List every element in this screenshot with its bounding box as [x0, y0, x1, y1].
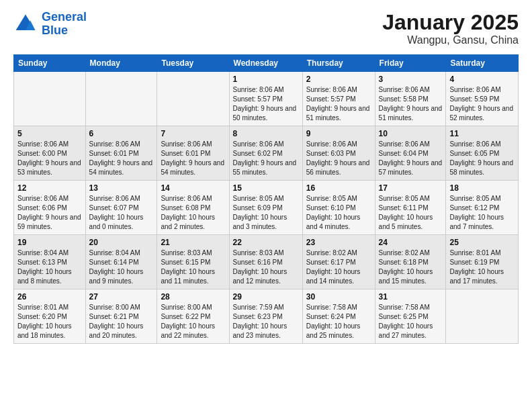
day-info: Sunrise: 8:06 AM Sunset: 6:07 PM Dayligh… [89, 194, 154, 232]
header-day-friday: Friday [375, 55, 446, 72]
header-day-wednesday: Wednesday [229, 55, 302, 72]
day-info: Sunrise: 8:05 AM Sunset: 6:11 PM Dayligh… [379, 194, 443, 232]
calendar-cell: 15Sunrise: 8:05 AM Sunset: 6:09 PM Dayli… [229, 181, 302, 235]
generalblue-logo-icon [13, 12, 38, 36]
calendar-cell: 16Sunrise: 8:05 AM Sunset: 6:10 PM Dayli… [302, 181, 375, 235]
day-number: 20 [89, 238, 154, 247]
calendar-cell: 5Sunrise: 8:06 AM Sunset: 6:00 PM Daylig… [14, 126, 86, 181]
day-info: Sunrise: 7:59 AM Sunset: 6:23 PM Dayligh… [233, 303, 299, 340]
calendar-cell: 10Sunrise: 8:06 AM Sunset: 6:04 PM Dayli… [375, 126, 446, 181]
day-info: Sunrise: 8:00 AM Sunset: 6:21 PM Dayligh… [89, 303, 154, 340]
page: General Blue January 2025 Wangpu, Gansu,… [0, 0, 532, 411]
day-number: 1 [233, 75, 299, 84]
calendar-header: SundayMondayTuesdayWednesdayThursdayFrid… [14, 55, 519, 72]
day-number: 22 [233, 238, 299, 247]
day-info: Sunrise: 8:06 AM Sunset: 5:57 PM Dayligh… [233, 85, 299, 123]
day-number: 28 [161, 292, 225, 302]
calendar-cell: 27Sunrise: 8:00 AM Sunset: 6:21 PM Dayli… [85, 289, 157, 344]
calendar-cell: 25Sunrise: 8:01 AM Sunset: 6:19 PM Dayli… [446, 235, 519, 289]
day-number: 7 [161, 129, 225, 138]
calendar-cell: 31Sunrise: 7:58 AM Sunset: 6:25 PM Dayli… [375, 289, 446, 344]
calendar-cell: 28Sunrise: 8:00 AM Sunset: 6:22 PM Dayli… [157, 289, 229, 344]
day-info: Sunrise: 8:05 AM Sunset: 6:09 PM Dayligh… [233, 194, 299, 232]
calendar-table: SundayMondayTuesdayWednesdayThursdayFrid… [13, 54, 519, 344]
day-number: 12 [17, 183, 82, 193]
day-number: 15 [233, 183, 299, 193]
day-number: 9 [306, 129, 371, 138]
day-info: Sunrise: 8:06 AM Sunset: 5:57 PM Dayligh… [306, 85, 371, 123]
day-info: Sunrise: 8:01 AM Sunset: 6:19 PM Dayligh… [449, 248, 515, 286]
calendar-cell [14, 72, 86, 126]
calendar-cell: 22Sunrise: 8:03 AM Sunset: 6:16 PM Dayli… [229, 235, 302, 289]
calendar-title: January 2025 [382, 11, 519, 34]
logo-text: General Blue [42, 11, 87, 38]
day-info: Sunrise: 8:05 AM Sunset: 6:10 PM Dayligh… [306, 194, 371, 232]
day-info: Sunrise: 8:02 AM Sunset: 6:17 PM Dayligh… [306, 248, 371, 286]
day-info: Sunrise: 8:00 AM Sunset: 6:22 PM Dayligh… [161, 303, 225, 340]
day-info: Sunrise: 8:06 AM Sunset: 6:05 PM Dayligh… [449, 140, 515, 177]
calendar-cell: 21Sunrise: 8:03 AM Sunset: 6:15 PM Dayli… [157, 235, 229, 289]
calendar-cell: 18Sunrise: 8:05 AM Sunset: 6:12 PM Dayli… [446, 181, 519, 235]
logo: General Blue [13, 11, 87, 38]
calendar-cell: 9Sunrise: 8:06 AM Sunset: 6:03 PM Daylig… [302, 126, 375, 181]
calendar-cell: 20Sunrise: 8:04 AM Sunset: 6:14 PM Dayli… [85, 235, 157, 289]
day-info: Sunrise: 8:06 AM Sunset: 5:58 PM Dayligh… [379, 85, 443, 123]
day-info: Sunrise: 8:05 AM Sunset: 6:12 PM Dayligh… [449, 194, 515, 232]
calendar-cell: 7Sunrise: 8:06 AM Sunset: 6:01 PM Daylig… [157, 126, 229, 181]
day-number: 18 [449, 183, 515, 193]
day-info: Sunrise: 8:03 AM Sunset: 6:15 PM Dayligh… [161, 248, 225, 286]
day-number: 30 [306, 292, 371, 302]
day-info: Sunrise: 7:58 AM Sunset: 6:24 PM Dayligh… [306, 303, 371, 340]
calendar-cell: 2Sunrise: 8:06 AM Sunset: 5:57 PM Daylig… [302, 72, 375, 126]
week-row-3: 19Sunrise: 8:04 AM Sunset: 6:13 PM Dayli… [14, 235, 519, 289]
day-number: 21 [161, 238, 225, 247]
calendar-cell: 12Sunrise: 8:06 AM Sunset: 6:06 PM Dayli… [14, 181, 86, 235]
header-day-sunday: Sunday [14, 55, 86, 72]
calendar-cell: 29Sunrise: 7:59 AM Sunset: 6:23 PM Dayli… [229, 289, 302, 344]
calendar-cell: 17Sunrise: 8:05 AM Sunset: 6:11 PM Dayli… [375, 181, 446, 235]
header-day-saturday: Saturday [446, 55, 519, 72]
week-row-2: 12Sunrise: 8:06 AM Sunset: 6:06 PM Dayli… [14, 181, 519, 235]
calendar-cell: 19Sunrise: 8:04 AM Sunset: 6:13 PM Dayli… [14, 235, 86, 289]
calendar-cell [85, 72, 157, 126]
day-number: 3 [379, 75, 443, 84]
calendar-cell: 26Sunrise: 8:01 AM Sunset: 6:20 PM Dayli… [14, 289, 86, 344]
title-block: January 2025 Wangpu, Gansu, China [382, 11, 519, 46]
calendar-cell: 13Sunrise: 8:06 AM Sunset: 6:07 PM Dayli… [85, 181, 157, 235]
day-number: 17 [379, 183, 443, 193]
day-info: Sunrise: 8:06 AM Sunset: 6:06 PM Dayligh… [17, 194, 82, 232]
day-info: Sunrise: 8:01 AM Sunset: 6:20 PM Dayligh… [17, 303, 82, 340]
day-info: Sunrise: 8:06 AM Sunset: 6:01 PM Dayligh… [89, 140, 154, 177]
calendar-cell [157, 72, 229, 126]
calendar-body: 1Sunrise: 8:06 AM Sunset: 5:57 PM Daylig… [14, 72, 519, 344]
day-number: 31 [379, 292, 443, 302]
day-info: Sunrise: 8:06 AM Sunset: 6:00 PM Dayligh… [17, 140, 82, 177]
day-info: Sunrise: 8:02 AM Sunset: 6:18 PM Dayligh… [379, 248, 443, 286]
calendar-subtitle: Wangpu, Gansu, China [382, 34, 519, 46]
calendar-cell: 30Sunrise: 7:58 AM Sunset: 6:24 PM Dayli… [302, 289, 375, 344]
calendar-cell: 3Sunrise: 8:06 AM Sunset: 5:58 PM Daylig… [375, 72, 446, 126]
day-number: 27 [89, 292, 154, 302]
day-number: 11 [449, 129, 515, 138]
calendar-cell: 23Sunrise: 8:02 AM Sunset: 6:17 PM Dayli… [302, 235, 375, 289]
day-info: Sunrise: 8:06 AM Sunset: 6:04 PM Dayligh… [379, 140, 443, 177]
day-info: Sunrise: 8:06 AM Sunset: 6:02 PM Dayligh… [233, 140, 299, 177]
day-number: 2 [306, 75, 371, 84]
week-row-0: 1Sunrise: 8:06 AM Sunset: 5:57 PM Daylig… [14, 72, 519, 126]
day-info: Sunrise: 8:06 AM Sunset: 6:08 PM Dayligh… [161, 194, 225, 232]
day-info: Sunrise: 8:03 AM Sunset: 6:16 PM Dayligh… [233, 248, 299, 286]
day-number: 8 [233, 129, 299, 138]
day-info: Sunrise: 8:06 AM Sunset: 5:59 PM Dayligh… [449, 85, 515, 123]
calendar-cell: 11Sunrise: 8:06 AM Sunset: 6:05 PM Dayli… [446, 126, 519, 181]
week-row-1: 5Sunrise: 8:06 AM Sunset: 6:00 PM Daylig… [14, 126, 519, 181]
day-info: Sunrise: 8:06 AM Sunset: 6:01 PM Dayligh… [161, 140, 225, 177]
calendar-cell: 8Sunrise: 8:06 AM Sunset: 6:02 PM Daylig… [229, 126, 302, 181]
day-number: 16 [306, 183, 371, 193]
calendar-cell [446, 289, 519, 344]
day-number: 23 [306, 238, 371, 247]
header-day-tuesday: Tuesday [157, 55, 229, 72]
calendar-cell: 1Sunrise: 8:06 AM Sunset: 5:57 PM Daylig… [229, 72, 302, 126]
day-number: 19 [17, 238, 82, 247]
calendar-cell: 6Sunrise: 8:06 AM Sunset: 6:01 PM Daylig… [85, 126, 157, 181]
day-number: 14 [161, 183, 225, 193]
